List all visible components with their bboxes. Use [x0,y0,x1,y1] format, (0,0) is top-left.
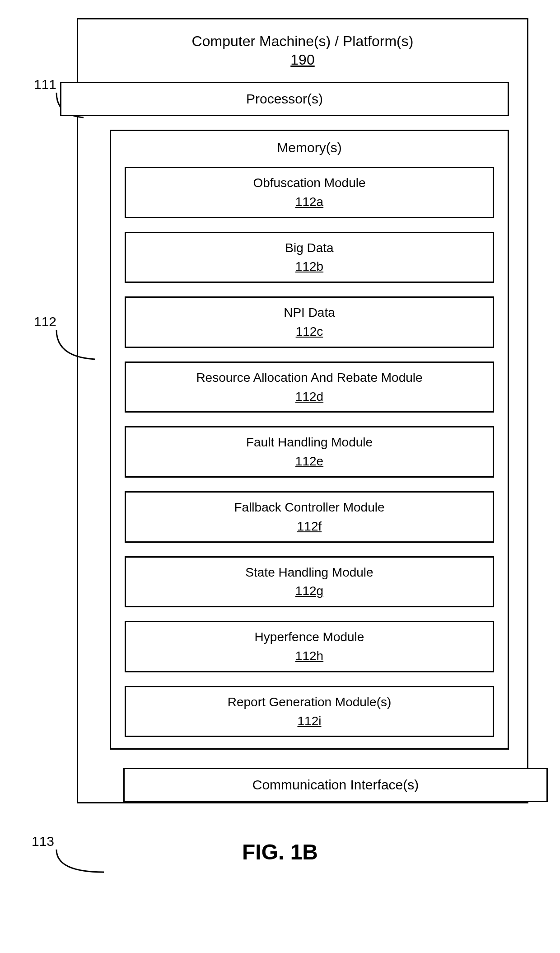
module-label: Resource Allocation And Rebate Module [196,371,422,385]
module-label: Fallback Controller Module [234,500,384,514]
computer-machine-box: Computer Machine(s) / Platform(s) 190 Pr… [77,18,528,803]
memory-label: Memory(s) [125,140,494,155]
memory-box: Memory(s) Obfuscation Module 112a Big Da… [110,130,509,750]
callout-113: 113 [32,834,54,849]
module-state-handling: State Handling Module 112g [125,556,494,608]
module-label: NPI Data [284,305,335,319]
module-report-generation: Report Generation Module(s) 112i [125,686,494,737]
module-label: Report Generation Module(s) [228,695,392,709]
callout-112: 112 [34,314,56,329]
module-label: State Handling Module [245,565,373,579]
module-label: Big Data [285,241,333,255]
module-ref: 112g [295,582,323,600]
module-label: Hyperfence Module [255,630,364,644]
outer-title-text: Computer Machine(s) / Platform(s) [192,33,414,49]
callout-111: 111 [34,77,56,92]
module-resource-allocation: Resource Allocation And Rebate Module 11… [125,361,494,413]
communication-interface-box: Communication Interface(s) [123,768,548,802]
module-obfuscation: Obfuscation Module 112a [125,167,494,218]
module-ref: 112b [295,258,323,275]
processor-label: Processor(s) [246,91,323,106]
module-label: Obfuscation Module [253,176,365,190]
module-fallback-controller: Fallback Controller Module 112f [125,491,494,543]
module-ref: 112f [297,518,322,535]
module-npi-data: NPI Data 112c [125,296,494,348]
module-ref: 112a [295,193,323,211]
module-fault-handling: Fault Handling Module 112e [125,426,494,478]
callout-113-lead [52,847,106,879]
module-ref: 112d [295,388,323,405]
processor-box: Processor(s) [60,82,509,116]
comm-label: Communication Interface(s) [252,777,419,792]
module-label: Fault Handling Module [246,435,373,449]
module-ref: 112c [296,323,323,340]
module-ref: 112i [298,713,322,730]
module-ref: 112e [295,453,323,470]
diagram-canvas: 111 112 113 Computer Machine(s) / Platfo… [9,18,551,864]
module-big-data: Big Data 112b [125,232,494,283]
outer-title: Computer Machine(s) / Platform(s) 190 [96,33,509,68]
outer-ref: 190 [290,52,314,68]
module-ref: 112h [295,648,323,665]
module-hyperfence: Hyperfence Module 112h [125,621,494,672]
